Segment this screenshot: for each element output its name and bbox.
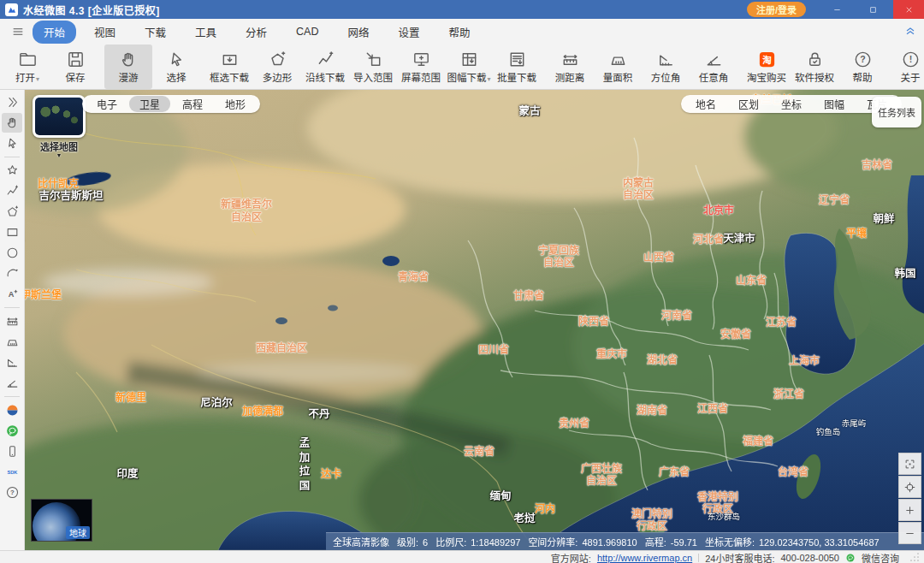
titlebar: 水经微图 4.3 [企业版已授权] 注册/登录 xyxy=(0,0,924,19)
layer-tab-terrain[interactable]: 地形 xyxy=(215,96,256,112)
toolbar-taobao-buy-button[interactable]: 淘淘宝购买 xyxy=(743,44,791,89)
toolbar-screen-range-button[interactable]: 屏幕范围 xyxy=(397,44,445,89)
zoom-out-button[interactable] xyxy=(898,522,921,544)
sidebar-rectangle-tool-button[interactable] xyxy=(2,222,22,242)
locate-icon xyxy=(903,481,916,494)
map-zoom-controls xyxy=(898,453,921,544)
map-source-picker[interactable]: 选择地图 ▼ xyxy=(32,95,86,158)
riverlogo-icon xyxy=(5,403,20,418)
overlay-tab-districts[interactable]: 区划 xyxy=(728,96,769,112)
lock-icon xyxy=(805,50,825,69)
toolbar-license-button[interactable]: 软件授权 xyxy=(791,44,838,89)
sidebar-wechat-button[interactable] xyxy=(2,421,22,441)
toolbar-along-line-download-button[interactable]: 沿线下载 xyxy=(301,44,349,89)
close-button[interactable] xyxy=(893,0,924,19)
menu-view[interactable]: 视图 xyxy=(83,21,127,44)
sidebar-mobile-app-button[interactable] xyxy=(2,442,22,461)
minimize-button[interactable] xyxy=(821,0,852,19)
maximize-button[interactable] xyxy=(857,0,888,19)
toolbar-polygon-download-button[interactable]: 多边形 xyxy=(253,44,301,89)
toolbar-pan-button[interactable]: 漫游 xyxy=(104,44,152,89)
sidebar-help-button[interactable]: ? xyxy=(2,483,22,502)
azimuth-icon xyxy=(5,355,20,370)
toolbar-button-label: 关于 xyxy=(901,70,921,84)
official-site-link[interactable]: http://www.rivermap.cn xyxy=(597,553,692,563)
sidebar-measure-distance-button[interactable] xyxy=(2,311,22,331)
layer-tab-vector[interactable]: 电子 xyxy=(86,96,127,112)
wechat-consult-label[interactable]: 微信咨询 xyxy=(862,551,899,563)
toolbar-select-button[interactable]: 选择 xyxy=(152,44,200,89)
task-list-button[interactable]: 任务列表 xyxy=(872,97,921,127)
sidebar-pan-tool-button[interactable] xyxy=(2,113,22,133)
toolbar-button-label: 屏幕范围 xyxy=(401,70,441,84)
status-value: 6 xyxy=(423,537,428,548)
sidebar-circle-tool-button[interactable] xyxy=(2,243,22,263)
resize-grip[interactable] xyxy=(910,553,919,563)
toolbar-help-button[interactable]: ?帮助 xyxy=(838,44,886,89)
status-field: 空间分辨率:4891.969810 xyxy=(528,535,637,548)
sidebar-expand-panel-button[interactable] xyxy=(2,92,22,112)
svg-text:淘: 淘 xyxy=(762,55,772,65)
toolbar-button-label: 任意角 xyxy=(699,70,729,84)
menu-help[interactable]: 帮助 xyxy=(438,21,482,44)
status-field: 比例尺:1:18489297 xyxy=(435,535,520,548)
fit-extent-button[interactable] xyxy=(898,453,921,475)
menu-start[interactable]: 开始 xyxy=(33,21,76,44)
hamburger-menu-icon[interactable] xyxy=(7,25,29,39)
toolbar-button-label: 方位角 xyxy=(651,70,681,84)
toolbar-box-download-button[interactable]: 框选下载 xyxy=(205,44,253,89)
layer-tab-satellite[interactable]: 卫星 xyxy=(129,96,170,112)
divider xyxy=(698,554,699,562)
toolbar-sheet-download-button[interactable]: 图幅下载▾ xyxy=(445,44,493,89)
batch-icon xyxy=(507,50,527,69)
toolbar-any-angle-button[interactable]: 任意角 xyxy=(690,44,737,89)
overlay-tab-coordinates[interactable]: 坐标 xyxy=(771,96,812,112)
menu-download[interactable]: 下载 xyxy=(133,21,177,44)
sidebar-measure-area-button[interactable] xyxy=(2,332,22,352)
sidebar-lasso-tool-button[interactable] xyxy=(2,161,22,181)
fit-icon xyxy=(903,458,916,471)
sidebar-sdk-button[interactable]: SDK xyxy=(2,462,22,482)
sidebar-arc-tool-button[interactable] xyxy=(2,264,22,283)
area-icon xyxy=(608,50,628,69)
sidebar-select-tool-button[interactable] xyxy=(2,133,22,153)
menu-analysis[interactable]: 分析 xyxy=(234,21,278,44)
overlay-tab-placenames[interactable]: 地名 xyxy=(685,96,726,112)
toolbar-open-button[interactable]: 打开▾ xyxy=(3,44,51,89)
toolbar-save-button[interactable]: 保存 xyxy=(51,44,99,89)
map-viewport[interactable]: 蒙古乌兰巴托比什凯克吉尔吉斯斯坦斯坦新疆维吾尔自治区北京市朝鲜平壤辽宁省吉林省内… xyxy=(25,90,924,550)
status-value: 4891.969810 xyxy=(582,537,637,548)
earth-overview-thumbnail[interactable]: 地球 xyxy=(31,499,92,542)
menu-cad[interactable]: CAD xyxy=(285,22,329,41)
menu-network[interactable]: 网络 xyxy=(336,21,380,44)
arc-icon xyxy=(5,266,20,281)
toolbar-batch-download-button[interactable]: 批量下载 xyxy=(493,44,541,89)
toolbar-about-button[interactable]: !关于 xyxy=(886,44,924,89)
zoom-in-button[interactable] xyxy=(898,499,921,521)
toolbar-measure-distance-button[interactable]: 测距离 xyxy=(546,44,594,89)
sidebar-any-angle-button[interactable] xyxy=(2,373,22,393)
menu-tools[interactable]: 工具 xyxy=(184,21,228,44)
map-source-thumbnail[interactable] xyxy=(33,95,86,138)
register-login-button[interactable]: 注册/登录 xyxy=(747,2,806,17)
sidebar-azimuth-button[interactable] xyxy=(2,353,22,372)
sidebar-polygon-tool-button[interactable] xyxy=(2,202,22,222)
collapse-ribbon-icon[interactable] xyxy=(903,23,917,40)
toolbar-button-label: 沿线下载 xyxy=(305,70,345,84)
hand-icon xyxy=(119,50,139,69)
toolbar-azimuth-button[interactable]: 方位角 xyxy=(642,44,690,89)
sidebar-polyline-tool-button[interactable] xyxy=(2,181,22,201)
layer-tab-elevation[interactable]: 高程 xyxy=(172,96,213,112)
sidebar-rivermap-logo-button[interactable] xyxy=(2,400,22,420)
phone-icon xyxy=(5,444,20,459)
azimuth-icon xyxy=(656,50,676,69)
toolbar-measure-area-button[interactable]: 量面积 xyxy=(594,44,642,89)
polygon-icon xyxy=(268,50,287,69)
toolbar-import-range-button[interactable]: 导入范围 xyxy=(349,44,397,89)
left-tool-sidebar: ASDK? xyxy=(0,90,25,550)
menu-settings[interactable]: 设置 xyxy=(388,21,431,44)
locate-button[interactable] xyxy=(898,476,921,498)
sidebar-text-tool-button[interactable]: A xyxy=(2,284,22,304)
plus-icon xyxy=(903,504,916,517)
overlay-tab-sheets[interactable]: 图幅 xyxy=(814,96,855,112)
